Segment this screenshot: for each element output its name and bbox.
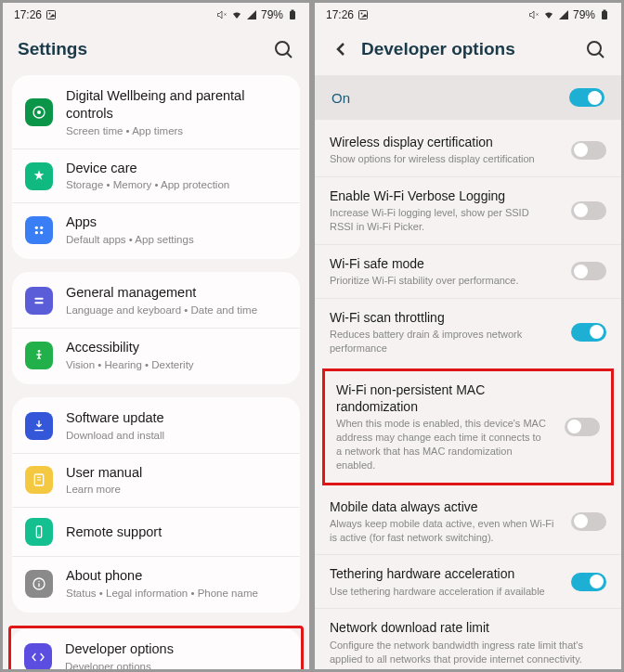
status-battery: 79% [261, 8, 283, 21]
dev-option-row[interactable]: Mobile data always active Always keep mo… [315, 488, 621, 555]
master-toggle[interactable] [569, 88, 604, 107]
row-text: Network download rate limit Configure th… [330, 619, 606, 666]
row-sub: Screen time • App timers [66, 124, 287, 138]
row-text: Digital Wellbeing and parental controls … [66, 87, 287, 138]
svg-rect-2 [290, 11, 295, 19]
dev-option-row[interactable]: Enable Wi-Fi Verbose Logging Increase Wi… [315, 176, 621, 244]
about-icon [25, 570, 53, 598]
row-title: Apps [66, 213, 287, 231]
settings-item[interactable]: Accessibility Vision • Hearing • Dexteri… [12, 328, 300, 382]
row-title: Tethering hardware acceleration [330, 565, 554, 582]
settings-item[interactable]: About phone Status • Legal information •… [12, 556, 300, 611]
general-icon [25, 287, 53, 315]
update-icon [25, 412, 53, 440]
on-label: On [332, 90, 350, 106]
svg-rect-22 [602, 11, 607, 19]
row-sub: Status • Legal information • Phone name [66, 587, 287, 601]
accessibility-icon [25, 342, 53, 369]
settings-item[interactable]: User manual Learn more [12, 453, 300, 508]
svg-point-9 [35, 231, 38, 234]
back-button[interactable] [330, 38, 352, 60]
svg-point-1 [49, 13, 51, 15]
settings-item[interactable]: Digital Wellbeing and parental controls … [12, 77, 300, 149]
settings-item[interactable]: General management Language and keyboard… [12, 274, 300, 328]
settings-screen: 17:26 79% Settings Digital Wellbeing and… [0, 0, 312, 672]
dev-content: Wireless display certification Show opti… [315, 123, 621, 669]
row-text: Apps Default apps • App settings [66, 213, 287, 247]
row-title: Enable Wi-Fi Verbose Logging [330, 187, 554, 204]
row-title: About phone [66, 567, 287, 585]
signal-icon [558, 9, 569, 20]
settings-item[interactable]: Remote support [12, 507, 300, 556]
row-text: General management Language and keyboard… [66, 284, 287, 317]
row-sub: Prioritize Wi-Fi stability over performa… [330, 274, 554, 288]
svg-point-21 [361, 13, 363, 15]
svg-rect-11 [34, 298, 43, 300]
row-title: Digital Wellbeing and parental controls [66, 87, 287, 123]
dev-header: Developer options [315, 27, 621, 75]
svg-point-24 [588, 42, 601, 55]
row-sub: Configure the network bandwidth ingress … [330, 639, 601, 666]
settings-item[interactable]: Apps Default apps • App settings [12, 202, 300, 257]
wellbeing-icon [25, 98, 53, 126]
dev-option-row[interactable]: Wi-Fi safe mode Prioritize Wi-Fi stabili… [315, 244, 621, 298]
row-sub: Always keep mobile data active, even whe… [330, 517, 554, 545]
toggle[interactable] [571, 512, 606, 531]
search-button[interactable] [584, 38, 606, 60]
image-icon [358, 9, 369, 20]
row-text: Mobile data always active Always keep mo… [330, 498, 560, 545]
toggle[interactable] [571, 573, 606, 591]
image-icon [46, 9, 57, 20]
master-toggle-row[interactable]: On [315, 75, 621, 120]
toggle[interactable] [571, 323, 606, 342]
page-title: Settings [18, 39, 272, 59]
toggle[interactable] [565, 418, 600, 436]
care-icon [25, 162, 53, 190]
dev-icon [24, 643, 52, 669]
row-text: Wi-Fi scan throttling Reduces battery dr… [330, 309, 560, 355]
toggle[interactable] [571, 141, 606, 160]
row-sub: Reduces battery drain & improves network… [330, 328, 554, 355]
dev-option-row[interactable]: Wi-Fi scan throttling Reduces battery dr… [315, 298, 621, 366]
row-text: Wi-Fi safe mode Prioritize Wi-Fi stabili… [330, 255, 560, 288]
svg-point-18 [38, 581, 39, 582]
svg-point-10 [40, 231, 43, 234]
row-title: User manual [66, 464, 287, 482]
dev-option-row[interactable]: Tethering hardware acceleration Use teth… [315, 554, 621, 608]
status-time: 17:26 [14, 8, 42, 21]
settings-card: Software update Download and install Use… [12, 397, 300, 613]
svg-point-13 [38, 350, 41, 353]
wifi-icon [543, 9, 554, 20]
row-sub: Language and keyboard • Date and time [66, 304, 287, 317]
dev-option-row[interactable]: Wireless display certification Show opti… [315, 123, 621, 176]
toggle[interactable] [571, 262, 606, 280]
row-sub: Learn more [66, 483, 287, 497]
svg-point-4 [276, 42, 289, 55]
row-sub: When this mode is enabled, this device's… [336, 417, 548, 472]
row-text: Software update Download and install [66, 409, 287, 443]
battery-icon [599, 9, 610, 20]
svg-rect-12 [34, 302, 43, 304]
toggle[interactable] [571, 201, 606, 220]
search-button[interactable] [272, 38, 294, 60]
settings-item[interactable]: Device care Storage • Memory • App prote… [12, 149, 300, 203]
row-sub: Increase Wi-Fi logging level, show per S… [330, 206, 554, 234]
row-title: Software update [66, 409, 287, 427]
row-sub: Show options for wireless display certif… [330, 152, 554, 166]
settings-item[interactable]: Software update Download and install [12, 399, 300, 453]
svg-rect-23 [604, 10, 606, 12]
svg-rect-20 [359, 11, 368, 19]
row-sub: Download and install [66, 429, 287, 443]
dev-option-row[interactable]: Network download rate limit Configure th… [315, 608, 621, 669]
svg-rect-19 [38, 584, 39, 588]
row-text: Enable Wi-Fi Verbose Logging Increase Wi… [330, 187, 560, 234]
settings-item[interactable]: Developer options Developer options [11, 630, 301, 669]
row-title: Wi-Fi non-persistent MAC randomization [336, 381, 548, 415]
battery-icon [287, 9, 298, 20]
dev-option-row[interactable]: Wi-Fi non-persistent MAC randomization W… [327, 373, 609, 481]
row-text: Developer options Developer options [65, 640, 288, 669]
mute-icon [528, 9, 540, 20]
apps-icon [25, 216, 53, 244]
svg-rect-15 [36, 526, 41, 537]
row-sub: Developer options [65, 660, 288, 669]
